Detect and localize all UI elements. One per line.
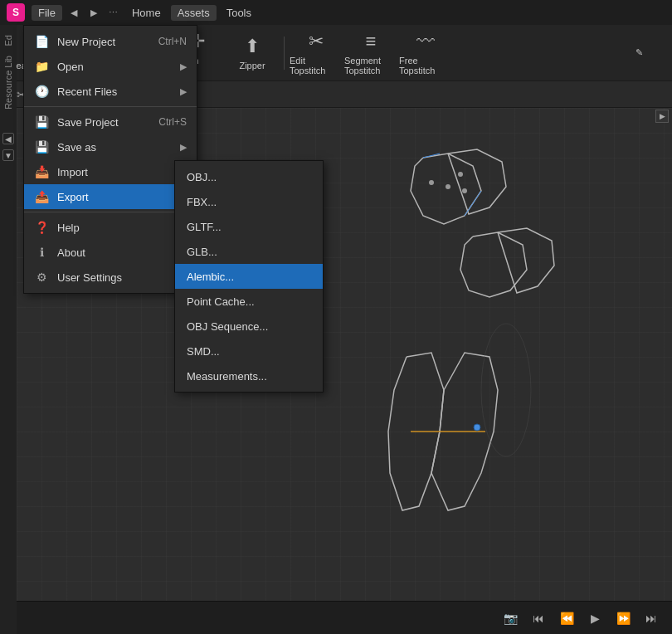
menu-bar: S File ◀ ▶ ⋯ Home Assets Tools	[0, 0, 672, 25]
export-icon: 📤	[34, 189, 49, 204]
save-project-shortcut: Ctrl+S	[158, 116, 187, 128]
svg-point-3	[446, 184, 450, 189]
export-submenu: OBJ... FBX... GLTF... GLB... Alembic... …	[174, 160, 324, 393]
save-as-icon: 💾	[34, 139, 49, 154]
user-settings-icon: ⚙	[34, 270, 49, 285]
separator-2	[24, 212, 197, 212]
menu-about[interactable]: ℹ About ▶	[24, 240, 197, 265]
save-project-label: Save Project	[57, 116, 119, 129]
tool-segment-topstitch[interactable]: ≡ Segment Topstitch	[344, 28, 397, 78]
sidebar-toggle-1[interactable]: ◀	[2, 133, 14, 144]
export-label: Export	[57, 191, 89, 203]
recent-files-icon: 🕐	[34, 84, 49, 99]
help-icon: ❓	[34, 220, 49, 235]
menu-help[interactable]: ❓ Help ▶	[24, 215, 197, 240]
bottom-bar: 📷 ⏮ ⏪ ▶ ⏩ ⏭	[0, 601, 672, 634]
new-project-shortcut: Ctrl+N	[158, 36, 187, 47]
tool-label: Segment Topstitch	[344, 56, 397, 76]
save-as-arrow: ▶	[180, 142, 187, 153]
menu-export[interactable]: 📤 Export ▶	[24, 184, 197, 209]
sidebar-toggle-2[interactable]: ▼	[2, 149, 14, 161]
export-obj[interactable]: OBJ...	[175, 164, 323, 189]
skip-back-btn[interactable]: ⏮	[528, 607, 549, 629]
left-sidebar: Ed Resource Lib ◀ ▼	[0, 25, 17, 634]
export-fbx[interactable]: FBX...	[175, 189, 323, 214]
menu-save-as[interactable]: 💾 Save as ▶	[24, 134, 197, 159]
export-alembic[interactable]: Alembic...	[175, 264, 323, 289]
svg-line-1	[465, 191, 481, 216]
menu-recent-files[interactable]: 🕐 Recent Files ▶	[24, 79, 197, 104]
menu-open[interactable]: 📁 Open ▶	[24, 54, 197, 79]
edit-icon: ✎	[635, 47, 643, 58]
export-gltf[interactable]: GLTF...	[175, 214, 323, 239]
tool-label: Edit Topstitch	[290, 56, 343, 76]
menu-item-assets[interactable]: Assets	[171, 5, 217, 21]
nav-back-btn[interactable]: ◀	[66, 4, 82, 21]
tool-label: Free Topstitch	[399, 56, 452, 76]
export-glb-label: GLB...	[187, 246, 217, 258]
rewind-btn[interactable]: ⏪	[556, 607, 577, 629]
open-icon: 📁	[34, 59, 49, 74]
zipper-icon: ⬆	[245, 36, 260, 57]
toolbar-divider	[284, 37, 285, 70]
segment-topstitch-icon: ≡	[366, 31, 377, 52]
menu-user-settings[interactable]: ⚙ User Settings	[24, 265, 197, 290]
fast-forward-btn[interactable]: ⏩	[612, 607, 634, 629]
export-smd[interactable]: SMD...	[175, 339, 323, 363]
new-project-label: New Project	[57, 36, 115, 48]
sidebar-item-resource-lib[interactable]: Resource Lib	[2, 52, 15, 113]
separator-1	[24, 106, 197, 107]
export-point-cache[interactable]: Point Cache...	[175, 289, 323, 314]
export-obj-label: OBJ...	[187, 171, 217, 183]
export-obj-sequence-label: OBJ Sequence...	[187, 320, 268, 333]
open-label: Open	[57, 61, 84, 73]
export-measurements[interactable]: Measurements...	[175, 363, 323, 388]
svg-point-5	[458, 172, 463, 177]
camera-btn[interactable]: 📷	[499, 607, 521, 629]
free-topstitch-icon: 〰	[416, 31, 435, 52]
tool-free-topstitch[interactable]: 〰 Free Topstitch	[399, 28, 452, 78]
nav-forward-btn[interactable]: ▶	[85, 4, 102, 21]
export-smd-label: SMD...	[187, 345, 220, 358]
menu-new-project[interactable]: 📄 New Project Ctrl+N	[24, 29, 197, 54]
new-project-icon: 📄	[34, 34, 49, 49]
tool-edit[interactable]: ✎	[612, 28, 665, 78]
help-label: Help	[57, 222, 80, 234]
nav-more-btn[interactable]: ⋯	[105, 4, 122, 21]
about-label: About	[57, 246, 85, 259]
panel-collapse-btn[interactable]: ▶	[655, 110, 669, 123]
menu-item-home[interactable]: Home	[125, 5, 168, 21]
svg-point-7	[474, 424, 480, 431]
file-dropdown: 📄 New Project Ctrl+N 📁 Open ▶ 🕐 Recent F…	[23, 25, 197, 294]
recent-files-arrow: ▶	[180, 86, 187, 97]
play-btn[interactable]: ▶	[584, 607, 606, 629]
tool-label: Zipper	[239, 61, 265, 71]
svg-point-2	[429, 180, 434, 185]
about-icon: ℹ	[34, 245, 49, 260]
export-glb[interactable]: GLB...	[175, 239, 323, 264]
skip-forward-btn[interactable]: ⏭	[640, 607, 662, 629]
save-as-label: Save as	[57, 141, 96, 154]
export-fbx-label: FBX...	[187, 196, 217, 208]
user-settings-label: User Settings	[57, 271, 122, 284]
tool-edit-topstitch[interactable]: ✂ Edit Topstitch	[290, 28, 343, 78]
export-alembic-label: Alembic...	[187, 271, 234, 283]
import-icon: 📥	[34, 164, 49, 179]
app-logo: S	[7, 3, 25, 22]
menu-item-file[interactable]: File	[32, 5, 62, 21]
toolbar-end: ✎	[612, 28, 665, 78]
recent-files-label: Recent Files	[57, 85, 117, 98]
export-point-cache-label: Point Cache...	[187, 295, 255, 308]
import-label: Import	[57, 166, 88, 178]
open-arrow: ▶	[180, 61, 187, 72]
export-measurements-label: Measurements...	[187, 370, 267, 383]
menu-import[interactable]: 📥 Import ▶	[24, 159, 197, 184]
save-project-icon: 💾	[34, 115, 49, 129]
export-obj-sequence[interactable]: OBJ Sequence...	[175, 314, 323, 339]
svg-point-4	[462, 188, 467, 193]
sidebar-item-ed[interactable]: Ed	[2, 32, 15, 49]
svg-point-8	[481, 324, 531, 456]
tool-zipper[interactable]: ⬆ Zipper	[226, 28, 279, 78]
menu-save-project[interactable]: 💾 Save Project Ctrl+S	[24, 110, 197, 134]
menu-item-tools[interactable]: Tools	[220, 5, 258, 21]
